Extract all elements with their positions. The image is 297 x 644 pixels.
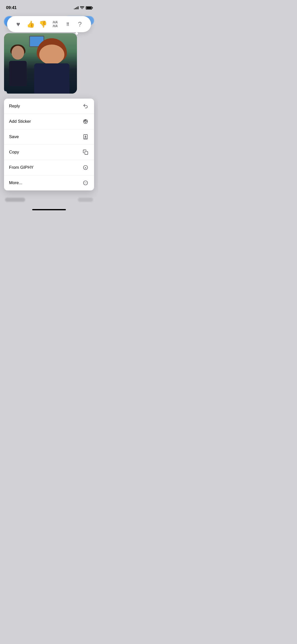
- svg-point-8: [84, 183, 85, 183]
- save-label: Save: [9, 134, 19, 139]
- reply-menu-item[interactable]: Reply: [4, 99, 94, 114]
- haha-reaction-btn[interactable]: HAHA: [50, 19, 60, 29]
- svg-rect-4: [85, 151, 88, 154]
- thumbsup-reaction-btn[interactable]: 👍: [26, 19, 36, 29]
- bottom-right-blur: [78, 198, 93, 202]
- message-container: [0, 33, 98, 94]
- exclaim-label: !!: [66, 21, 69, 27]
- save-menu-item[interactable]: Save: [4, 129, 94, 145]
- question-reaction-btn[interactable]: ?: [75, 19, 85, 29]
- copy-label: Copy: [9, 150, 19, 155]
- copy-menu-item[interactable]: Copy: [4, 145, 94, 160]
- svg-text:A: A: [85, 167, 87, 169]
- haha-label: HAHA: [53, 20, 58, 28]
- from-giphy-menu-item[interactable]: From GIPHY A: [4, 160, 94, 175]
- svg-point-9: [85, 183, 86, 183]
- sticker-icon: [82, 118, 89, 125]
- thumbsdown-reaction-btn[interactable]: 👎: [38, 19, 48, 29]
- more-icon: [82, 179, 89, 186]
- copy-icon: [82, 149, 89, 156]
- svg-point-1: [84, 120, 85, 121]
- svg-point-0: [83, 119, 88, 124]
- battery-icon: [86, 6, 92, 10]
- wifi-icon: [80, 6, 84, 10]
- chat-content: ♥ 👍 👎 HAHA !! ?: [0, 12, 98, 192]
- giphy-icon: A: [82, 164, 89, 171]
- add-sticker-label: Add Sticker: [9, 119, 31, 124]
- status-time: 09:41: [6, 5, 17, 10]
- bottom-left-blur: [5, 198, 25, 202]
- save-icon: [82, 133, 89, 140]
- reply-icon: [82, 103, 89, 110]
- message-bubble[interactable]: [4, 33, 77, 94]
- home-indicator: [32, 209, 66, 210]
- question-label: ?: [78, 20, 81, 28]
- reply-label: Reply: [9, 104, 20, 109]
- bottom-area: [0, 187, 98, 212]
- svg-point-10: [86, 183, 87, 183]
- more-label: More...: [9, 180, 22, 185]
- heart-reaction-btn[interactable]: ♥: [13, 19, 23, 29]
- add-sticker-menu-item[interactable]: Add Sticker: [4, 114, 94, 129]
- gif-image: [4, 33, 77, 94]
- context-menu: Reply Add Sticker: [4, 99, 94, 190]
- exclaim-reaction-btn[interactable]: !!: [63, 19, 73, 29]
- status-icons: [74, 6, 92, 10]
- reaction-bar[interactable]: ♥ 👍 👎 HAHA !! ?: [7, 16, 91, 32]
- status-bar: 09:41: [0, 0, 98, 12]
- signal-icon: [74, 6, 78, 9]
- from-giphy-label: From GIPHY: [9, 165, 33, 170]
